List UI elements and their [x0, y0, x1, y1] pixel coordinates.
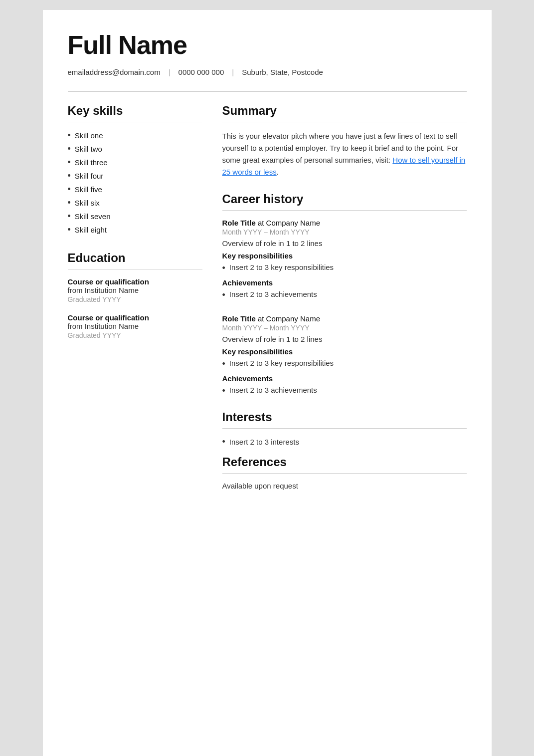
interests-section: Interests Insert 2 to 3 interests [222, 410, 467, 447]
summary-end: . [277, 168, 279, 176]
sep1: | [169, 68, 171, 76]
education-list: Course or qualification from Institution… [68, 277, 202, 339]
job-company: at Company Name [258, 314, 320, 323]
education-item: Course or qualification from Institution… [68, 277, 202, 303]
summary-section: Summary This is your elevator pitch wher… [222, 104, 467, 178]
skill-item: Skill three [68, 157, 202, 168]
summary-divider [222, 122, 467, 122]
skills-divider [68, 122, 202, 122]
achievements-title: Achievements [222, 278, 467, 287]
references-divider [222, 473, 467, 474]
skill-item: Skill five [68, 184, 202, 195]
interests-list: Insert 2 to 3 interests [222, 437, 467, 447]
achievements-title: Achievements [222, 374, 467, 383]
achievements-list: Insert 2 to 3 achievements [222, 386, 467, 396]
jobs-list: Role Title at Company Name Month YYYY – … [222, 219, 467, 396]
edu-graduated: Graduated YYYY [68, 295, 202, 303]
job-role: Role Title [222, 314, 256, 323]
skills-list: Skill oneSkill twoSkill threeSkill fourS… [68, 130, 202, 235]
edu-graduated: Graduated YYYY [68, 331, 202, 339]
achievement-item: Insert 2 to 3 achievements [222, 386, 467, 396]
career-divider [222, 210, 467, 211]
edu-course: Course or qualification [68, 313, 202, 322]
phone: 0000 000 000 [178, 68, 224, 76]
edu-course: Course or qualification [68, 277, 202, 286]
job-company: at Company Name [258, 219, 320, 227]
full-name: Full Name [68, 30, 467, 60]
interests-divider [222, 428, 467, 429]
responsibilities-list: Insert 2 to 3 key responsibilities [222, 359, 467, 369]
skills-title: Key skills [68, 104, 202, 118]
summary-text: This is your elevator pitch where you ha… [222, 130, 467, 178]
responsibility-item: Insert 2 to 3 key responsibilities [222, 263, 467, 273]
job-title-line: Role Title at Company Name [222, 219, 467, 227]
location: Suburb, State, Postcode [242, 68, 323, 76]
right-column: Summary This is your elevator pitch wher… [222, 104, 467, 498]
skill-item: Skill four [68, 171, 202, 181]
career-title: Career history [222, 192, 467, 206]
responsibilities-title: Key responsibilities [222, 252, 467, 260]
header-section: Full Name emailaddress@domain.com | 0000… [68, 30, 467, 76]
left-column: Key skills Skill oneSkill twoSkill three… [68, 104, 202, 498]
achievements-list: Insert 2 to 3 achievements [222, 290, 467, 300]
skill-item: Skill one [68, 130, 202, 141]
edu-institution: from Institution Name [68, 322, 202, 330]
summary-title: Summary [222, 104, 467, 118]
job-dates: Month YYYY – Month YYYY [222, 228, 467, 236]
education-divider [68, 269, 202, 269]
interest-item: Insert 2 to 3 interests [222, 437, 467, 447]
education-title: Education [68, 251, 202, 265]
career-section: Career history Role Title at Company Nam… [222, 192, 467, 396]
education-item: Course or qualification from Institution… [68, 313, 202, 339]
body-layout: Key skills Skill oneSkill twoSkill three… [68, 104, 467, 498]
email: emailaddress@domain.com [68, 68, 161, 76]
contact-info: emailaddress@domain.com | 0000 000 000 |… [68, 68, 467, 76]
education-section: Education Course or qualification from I… [68, 251, 202, 339]
header-divider [68, 91, 467, 92]
interests-title: Interests [222, 410, 467, 424]
edu-institution: from Institution Name [68, 286, 202, 294]
job-overview: Overview of role in 1 to 2 lines [222, 239, 467, 248]
references-section: References Available upon request [222, 455, 467, 490]
job-role: Role Title [222, 219, 256, 227]
resume-page: Full Name emailaddress@domain.com | 0000… [43, 10, 492, 756]
achievement-item: Insert 2 to 3 achievements [222, 290, 467, 300]
job-entry: Role Title at Company Name Month YYYY – … [222, 314, 467, 396]
job-overview: Overview of role in 1 to 2 lines [222, 335, 467, 343]
responsibilities-list: Insert 2 to 3 key responsibilities [222, 263, 467, 273]
skill-item: Skill seven [68, 211, 202, 222]
job-dates: Month YYYY – Month YYYY [222, 324, 467, 332]
sep2: | [232, 68, 234, 76]
job-title-line: Role Title at Company Name [222, 314, 467, 323]
references-title: References [222, 455, 467, 469]
skill-item: Skill six [68, 198, 202, 208]
skill-item: Skill two [68, 144, 202, 154]
skills-section: Key skills Skill oneSkill twoSkill three… [68, 104, 202, 235]
skill-item: Skill eight [68, 225, 202, 235]
job-entry: Role Title at Company Name Month YYYY – … [222, 219, 467, 300]
references-text: Available upon request [222, 482, 467, 490]
responsibility-item: Insert 2 to 3 key responsibilities [222, 359, 467, 369]
responsibilities-title: Key responsibilities [222, 347, 467, 356]
